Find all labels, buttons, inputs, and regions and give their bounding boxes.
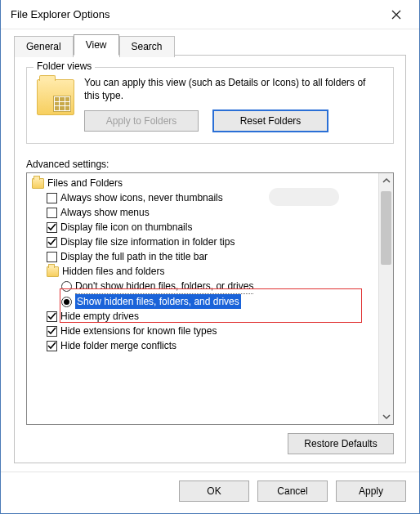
- checkbox[interactable]: [47, 237, 57, 248]
- folder-views-description: You can apply this view (such as Details…: [84, 76, 383, 102]
- tree-item-label: Display the full path in the title bar: [60, 249, 208, 264]
- tree-item-hide-extensions[interactable]: Hide extensions for known file types: [32, 324, 377, 338]
- tree-item-file-icon-thumbs[interactable]: Display file icon on thumbnails: [32, 220, 377, 235]
- tree-item-hidden-group[interactable]: Hidden files and folders: [32, 264, 377, 279]
- tree-item-label: Show hidden files, folders, and drives: [75, 294, 241, 309]
- tree-item-label: Hide empty drives: [60, 309, 139, 324]
- tree-item-label: Hide extensions for known file types: [60, 324, 217, 338]
- dialog-window: File Explorer Options General View Searc…: [0, 0, 420, 514]
- tree-item-label: Always show menus: [60, 205, 150, 220]
- apply-button[interactable]: Apply: [336, 480, 406, 502]
- checkbox[interactable]: [47, 341, 57, 351]
- scroll-up-button[interactable]: [379, 173, 394, 188]
- reset-folders-button[interactable]: Reset Folders: [213, 110, 328, 132]
- tab-panel-view: Folder views You can apply this view (su…: [14, 55, 406, 463]
- tree-item-label: Hide folder merge conflicts: [60, 338, 176, 353]
- advanced-settings-label: Advanced settings:: [26, 159, 394, 170]
- checkbox[interactable]: [47, 311, 57, 322]
- close-icon: [391, 10, 401, 20]
- titlebar: File Explorer Options: [1, 0, 419, 29]
- checkbox[interactable]: [47, 252, 57, 262]
- tree-item-full-path-titlebar[interactable]: Display the full path in the title bar: [32, 249, 377, 264]
- cancel-button[interactable]: Cancel: [257, 480, 328, 502]
- tree-item-always-menus[interactable]: Always show menus: [32, 205, 377, 220]
- restore-defaults-button[interactable]: Restore Defaults: [288, 433, 394, 454]
- checkbox[interactable]: [47, 326, 57, 337]
- checkbox[interactable]: [47, 222, 57, 233]
- window-title: File Explorer Options: [11, 8, 380, 20]
- tab-strip: General View Search: [14, 34, 406, 56]
- tab-general[interactable]: General: [14, 36, 74, 57]
- dialog-buttons: OK Cancel Apply: [1, 472, 419, 513]
- scroll-down-button[interactable]: [379, 409, 394, 424]
- checkbox[interactable]: [47, 193, 57, 203]
- radio[interactable]: [61, 297, 72, 307]
- tree-item-label: Always show icons, never thumbnails: [60, 190, 223, 205]
- scroll-thumb[interactable]: [381, 191, 391, 265]
- close-button[interactable]: [380, 3, 413, 26]
- tree-item-hide-merge-conflicts[interactable]: Hide folder merge conflicts: [32, 338, 377, 353]
- tab-view[interactable]: View: [74, 34, 119, 56]
- folder-options-icon: [37, 79, 74, 115]
- folder-views-group: Folder views You can apply this view (su…: [26, 67, 394, 144]
- tree-item-label: Don't show hidden files, folders, or dri…: [75, 279, 253, 294]
- tree-item-label: Display file icon on thumbnails: [60, 220, 192, 235]
- checkbox[interactable]: [47, 208, 57, 218]
- apply-to-folders-button[interactable]: Apply to Folders: [84, 110, 199, 132]
- folder-views-title: Folder views: [34, 60, 95, 72]
- tree-scrollbar[interactable]: [378, 173, 393, 424]
- chevron-up-icon: [382, 177, 391, 185]
- tree-item-label: Hidden files and folders: [62, 264, 164, 279]
- chevron-down-icon: [382, 413, 391, 421]
- radio[interactable]: [61, 281, 72, 292]
- tree-item-file-size-tips[interactable]: Display file size information in folder …: [32, 235, 377, 249]
- tree-item-hide-empty-drives[interactable]: Hide empty drives: [32, 309, 377, 324]
- folder-icon: [47, 266, 59, 277]
- tree-item-label: Display file size information in folder …: [60, 235, 235, 249]
- tree-root-label: Files and Folders: [47, 176, 123, 190]
- decorative-overlay: [269, 188, 339, 206]
- ok-button[interactable]: OK: [179, 480, 249, 502]
- advanced-settings-tree: Files and Folders Always show icons, nev…: [26, 172, 394, 425]
- tab-search[interactable]: Search: [119, 36, 175, 57]
- tree-item-show-hidden[interactable]: Show hidden files, folders, and drives: [32, 294, 377, 309]
- tree-item-dont-show-hidden[interactable]: Don't show hidden files, folders, or dri…: [32, 279, 377, 294]
- dialog-content: General View Search Folder views You can…: [1, 29, 419, 472]
- folder-icon: [32, 178, 44, 189]
- tree-viewport[interactable]: Files and Folders Always show icons, nev…: [27, 173, 378, 424]
- scroll-track[interactable]: [379, 188, 393, 409]
